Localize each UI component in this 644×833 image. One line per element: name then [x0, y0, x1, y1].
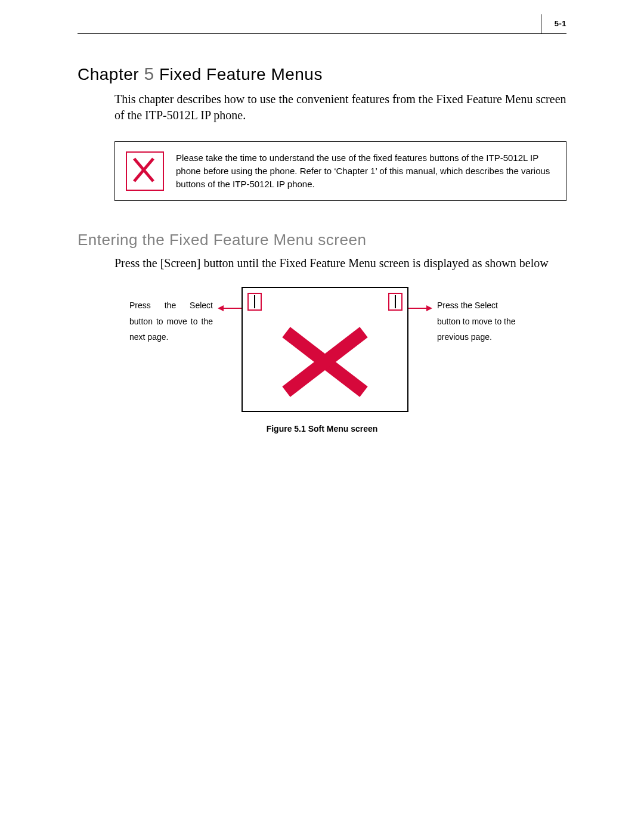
- screen-illustration: [242, 287, 408, 412]
- scroll-prev-button: [247, 293, 262, 311]
- right-annotation: Press the Select button to move to the p…: [432, 287, 521, 345]
- chapter-heading: Chapter 5 Fixed Feature Menus: [78, 64, 566, 84]
- warning-icon: [126, 151, 164, 191]
- left-arrow-icon: [218, 287, 242, 313]
- chapter-label: Chapter: [78, 65, 139, 83]
- section-heading: Entering the Fixed Feature Menu screen: [78, 231, 566, 249]
- chapter-number: 5: [144, 64, 154, 83]
- placeholder-x-icon: [243, 313, 407, 411]
- page-number: 5-1: [555, 19, 566, 28]
- right-arrow-icon: [408, 287, 432, 313]
- left-annotation: Press the Select button to move to the n…: [129, 287, 218, 345]
- header-divider: [541, 14, 541, 33]
- bar-icon: [254, 295, 255, 308]
- bar-icon: [395, 295, 396, 308]
- chapter-intro: This chapter describes how to use the co…: [114, 91, 566, 123]
- chapter-title: Fixed Feature Menus: [159, 65, 323, 83]
- figure-caption: Figure 5.1 Soft Menu screen: [78, 424, 566, 433]
- scroll-next-button: [388, 293, 402, 311]
- svg-marker-3: [218, 305, 224, 311]
- callout-box: Please take the time to understand the u…: [114, 141, 566, 201]
- figure-row: Press the Select button to move to the n…: [83, 287, 566, 412]
- page: 5-1 Chapter 5 Fixed Feature Menus This c…: [0, 0, 644, 469]
- callout-text: Please take the time to understand the u…: [176, 151, 555, 190]
- header-rule: 5-1: [78, 18, 566, 34]
- section-body: Press the [Screen] button until the Fixe…: [114, 255, 566, 271]
- svg-marker-7: [426, 305, 432, 311]
